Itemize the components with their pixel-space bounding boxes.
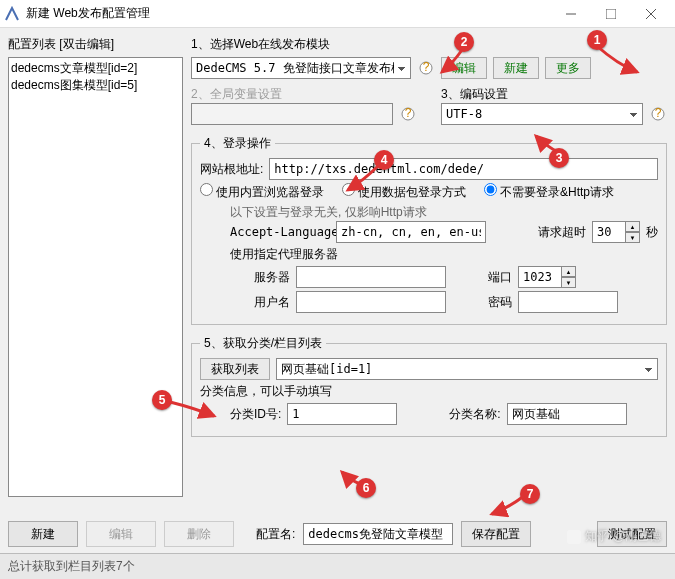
port-spinner[interactable]: ▲▼ — [562, 266, 576, 288]
titlebar: 新建 Web发布配置管理 — [0, 0, 675, 28]
radio-browser[interactable]: 使用内置浏览器登录 — [200, 183, 324, 201]
svg-text:?: ? — [423, 61, 430, 74]
status-bar: 总计获取到栏目列表7个 — [0, 553, 675, 579]
timeout-input[interactable] — [592, 221, 626, 243]
edit-button[interactable]: 编辑 — [441, 57, 487, 79]
watermark: 知乎 @刚巴德 — [567, 528, 661, 545]
config-list[interactable]: dedecms文章模型[id=2] dedecms图集模型[id=5] — [8, 57, 183, 497]
url-label: 网站根地址: — [200, 161, 263, 178]
pass-label: 密码 — [488, 294, 512, 311]
section5-label: 5、获取分类/栏目列表 — [200, 335, 326, 352]
http-note: 以下设置与登录无关, 仅影响Http请求 — [230, 204, 658, 221]
delete-config-button: 删除 — [164, 521, 234, 547]
section1-label: 1、选择Web在线发布模块 — [191, 36, 667, 53]
close-button[interactable] — [631, 1, 671, 27]
server-label: 服务器 — [250, 269, 290, 286]
category-basis-select[interactable]: 网页基础[id=1] — [276, 358, 658, 380]
new-module-button[interactable]: 新建 — [493, 57, 539, 79]
help-icon[interactable]: ? — [417, 59, 435, 77]
category-info-label: 分类信息，可以手动填写 — [200, 383, 332, 400]
module-select[interactable]: DedeCMS 5.7 免登陆接口文章发布模块 — [191, 57, 411, 79]
user-label: 用户名 — [250, 294, 290, 311]
svg-text:?: ? — [655, 107, 662, 120]
status-text: 总计获取到栏目列表7个 — [8, 558, 135, 575]
timeout-label: 请求超时 — [538, 224, 586, 241]
save-config-button[interactable]: 保存配置 — [461, 521, 531, 547]
category-id-label: 分类ID号: — [230, 406, 281, 423]
category-name-input[interactable] — [507, 403, 627, 425]
category-id-input[interactable] — [287, 403, 397, 425]
config-name-label: 配置名: — [256, 526, 295, 543]
category-name-label: 分类名称: — [449, 406, 500, 423]
list-item[interactable]: dedecms图集模型[id=5] — [11, 77, 180, 94]
list-item[interactable]: dedecms文章模型[id=2] — [11, 60, 180, 77]
proxy-port-input[interactable] — [518, 266, 562, 288]
radio-packet[interactable]: 使用数据包登录方式 — [342, 183, 466, 201]
accept-lang-input[interactable] — [336, 221, 486, 243]
minimize-button[interactable] — [551, 1, 591, 27]
help-icon[interactable]: ? — [649, 105, 667, 123]
radio-nologin[interactable]: 不需要登录&Http请求 — [484, 183, 614, 201]
more-button[interactable]: 更多 — [545, 57, 591, 79]
category-fieldset: 5、获取分类/栏目列表 获取列表 网页基础[id=1] 分类信息，可以手动填写 … — [191, 335, 667, 437]
section3-label: 3、编码设置 — [441, 86, 667, 103]
root-url-input[interactable] — [269, 158, 658, 180]
port-label: 端口 — [488, 269, 512, 286]
proxy-server-input[interactable] — [296, 266, 446, 288]
svg-rect-10 — [567, 530, 581, 544]
login-fieldset: 4、登录操作 网站根地址: 使用内置浏览器登录 使用数据包登录方式 不需要登录&… — [191, 135, 667, 325]
app-icon — [4, 6, 20, 22]
seconds-label: 秒 — [646, 224, 658, 241]
maximize-button[interactable] — [591, 1, 631, 27]
new-config-button[interactable]: 新建 — [8, 521, 78, 547]
edit-config-button: 编辑 — [86, 521, 156, 547]
help-icon[interactable]: ? — [399, 105, 417, 123]
config-name-input[interactable] — [303, 523, 453, 545]
config-list-label: 配置列表 [双击编辑] — [8, 36, 183, 53]
proxy-user-input[interactable] — [296, 291, 446, 313]
proxy-label: 使用指定代理服务器 — [230, 246, 338, 263]
accept-lang-label: Accept-Language — [230, 225, 330, 239]
global-var-input — [191, 103, 393, 125]
svg-text:?: ? — [405, 107, 412, 120]
encoding-select[interactable]: UTF-8 — [441, 103, 643, 125]
fetch-list-button[interactable]: 获取列表 — [200, 358, 270, 380]
proxy-pass-input[interactable] — [518, 291, 618, 313]
svg-rect-1 — [606, 9, 616, 19]
window-title: 新建 Web发布配置管理 — [26, 5, 551, 22]
section2-label: 2、全局变量设置 — [191, 86, 417, 103]
section4-label: 4、登录操作 — [200, 135, 275, 152]
timeout-spinner[interactable]: ▲▼ — [626, 221, 640, 243]
